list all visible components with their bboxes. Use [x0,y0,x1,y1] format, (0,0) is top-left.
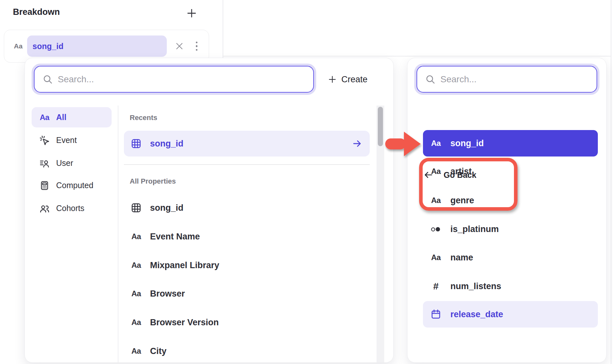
aa-icon: Aa [130,317,142,328]
aa-icon: Aa [430,137,442,149]
grid-icon [130,138,142,149]
field-label: artist [450,167,472,177]
property-row-song-id[interactable]: song_id [124,195,370,221]
property-label: song_id [150,203,184,213]
arrow-right-icon[interactable] [352,138,363,149]
search-focus-ring [32,64,316,95]
chip-menu-button[interactable] [196,42,198,51]
tab-all[interactable]: Aa All [32,107,112,127]
calculator-icon [39,180,50,191]
tab-cohorts[interactable]: Cohorts [32,198,112,218]
property-row-mixpanel-library[interactable]: Aa Mixpanel Library [124,252,370,278]
tab-label: All [56,113,66,122]
property-label: City [150,346,166,356]
list-divider [124,164,370,165]
aa-icon: Aa [430,252,442,263]
plus-icon [327,75,337,84]
property-label: Browser [150,289,185,299]
tab-computed[interactable]: Computed [32,175,112,196]
field-row-num-listens[interactable]: # num_listens [423,273,598,299]
app-column-divider [223,0,223,58]
property-picker-panel: Create Aa All Event User [25,58,394,363]
close-icon [175,41,184,51]
field-row-genre[interactable]: Aa genre [423,187,598,214]
property-row-city[interactable]: Aa City [124,338,370,363]
create-button-label: Create [341,75,367,85]
add-breakdown-button[interactable] [186,7,198,19]
tab-label: Cohorts [56,204,85,213]
search-input[interactable] [35,66,313,92]
field-row-is-platinum[interactable]: is_platinum [423,216,598,242]
aa-icon: Aa [130,259,142,271]
tab-label: Event [56,136,77,145]
field-row-release-date[interactable]: release_date [423,301,598,328]
field-label: release_date [450,309,503,319]
grid-icon [130,202,142,214]
aa-icon: Aa [39,112,50,123]
field-label: num_listens [450,281,501,291]
people-icon [39,203,50,214]
cursor-click-icon [39,135,50,146]
field-row-song-id-selected[interactable]: Aa song_id [423,130,598,157]
property-label: Browser Version [150,318,219,328]
calendar-icon [430,308,442,320]
property-label: Event Name [150,232,200,242]
search-input[interactable] [417,66,597,92]
field-row-artist[interactable]: Aa artist [423,158,598,185]
all-properties-header: All Properties [130,177,176,186]
plus-icon [186,8,197,19]
recent-property-row[interactable]: song_id [124,131,370,157]
app-right-edge [611,0,611,364]
search-focus-ring [414,64,599,95]
scrollbar-thumb[interactable] [378,107,383,146]
user-profile-icon [39,158,50,169]
aa-icon: Aa [430,195,442,206]
tab-event[interactable]: Event [32,130,112,150]
sidebar-divider [118,106,118,362]
property-label: Mixpanel Library [150,260,219,270]
create-button[interactable]: Create [327,71,367,88]
field-row-name[interactable]: Aa name [423,244,598,271]
string-type-icon: Aa [14,42,23,50]
property-values-panel: Go Back Aa song_id Aa artist Aa genre is… [407,58,607,363]
aa-icon: Aa [130,231,142,242]
aa-icon: Aa [130,288,142,299]
aa-icon: Aa [430,166,442,177]
tab-label: Computed [56,181,93,190]
breakdown-section-title: Breakdown [13,7,60,17]
boolean-icon [430,223,442,235]
property-row-event-name[interactable]: Aa Event Name [124,224,370,249]
tab-label: User [56,158,73,168]
recents-header: Recents [130,114,157,122]
remove-breakdown-button[interactable] [175,41,184,51]
scrollbar-track[interactable] [377,106,384,362]
field-label: song_id [450,138,484,148]
property-row-browser-version[interactable]: Aa Browser Version [124,309,370,335]
tab-user[interactable]: User [32,153,112,173]
field-label: is_platinum [450,224,499,234]
breakdown-chip-value[interactable]: song_id [27,35,167,57]
aa-icon: Aa [130,345,142,357]
field-label: genre [450,196,474,206]
number-icon: # [430,280,442,292]
field-label: name [450,253,473,263]
property-row-browser[interactable]: Aa Browser [124,281,370,307]
recent-property-label: song_id [150,139,184,149]
app-toolbar-divider [223,56,611,56]
